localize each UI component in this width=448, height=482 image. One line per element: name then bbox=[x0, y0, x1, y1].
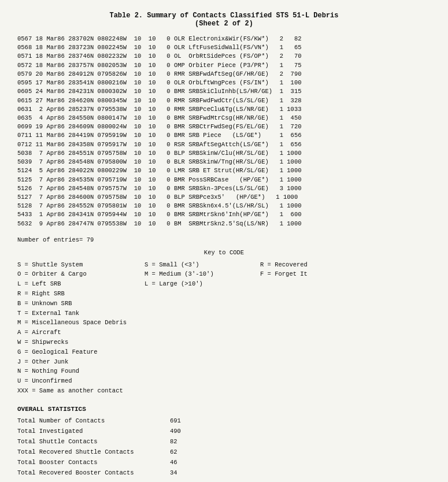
key-item: A = Aircraft bbox=[17, 328, 145, 338]
stats-container: Total Number of Contacts691 Total Invest… bbox=[17, 416, 431, 478]
table-row: 5126 7 Apr86 284548N 0795757W 10 10 0 BM… bbox=[17, 184, 431, 193]
key-item: B = Unknown SRB bbox=[17, 299, 145, 309]
stats-value: 62 bbox=[170, 447, 177, 458]
contacts-table: 0567 18 Mar86 283702N 0802248W 10 10 0 O… bbox=[17, 35, 431, 228]
table-row: 0712 11 Mar86 284358N 0795917W 10 10 0 R… bbox=[17, 140, 431, 149]
key-item bbox=[260, 318, 364, 328]
key-grid: S = Shuttle SystemS = Small (<3')R = Rec… bbox=[17, 260, 431, 396]
table-row: 0631 2 Apr86 285237N 0795538W 10 10 0 RM… bbox=[17, 105, 431, 114]
table-row: 5128 7 Apr86 284552N 0795801W 10 10 0 BM… bbox=[17, 202, 431, 210]
table-row: 0595 17 Mar86 283541N 0800216W 10 10 0 O… bbox=[17, 79, 431, 87]
stats-value: 34 bbox=[170, 468, 177, 479]
key-item: O = Orbiter & Cargo bbox=[17, 269, 145, 279]
table-row: 5433 1 Apr86 284341N 0795944W 10 10 0 BM… bbox=[17, 210, 431, 219]
key-item bbox=[260, 299, 364, 309]
table-row: 0571 18 Mar86 283746N 0802232W 10 10 0 O… bbox=[17, 52, 431, 61]
key-item bbox=[145, 318, 260, 328]
key-item: W = Shipwrecks bbox=[17, 338, 145, 347]
key-item: J = Other Junk bbox=[17, 357, 145, 367]
key-item bbox=[145, 386, 260, 396]
key-item bbox=[145, 347, 260, 357]
key-item bbox=[260, 309, 364, 318]
key-item: S = Shuttle System bbox=[17, 260, 145, 270]
stats-row: Total Booster Contacts46 bbox=[17, 458, 431, 468]
stats-value: 82 bbox=[170, 437, 177, 447]
key-item bbox=[145, 376, 260, 386]
stats-row: Total Shuttle Contacts82 bbox=[17, 437, 431, 447]
key-item: XXX = Same as another contact bbox=[17, 386, 145, 396]
key-item: R = Right SRB bbox=[17, 289, 145, 299]
key-title: Key to CODE bbox=[17, 248, 431, 258]
key-item bbox=[260, 289, 364, 299]
table-row: 0605 24 Mar86 284231N 0800302W 10 10 0 B… bbox=[17, 87, 431, 96]
key-section: Key to CODE S = Shuttle SystemS = Small … bbox=[17, 248, 431, 396]
key-item bbox=[145, 357, 260, 367]
table-row: 0568 18 Mar86 283723N 0802245W 10 10 0 O… bbox=[17, 43, 431, 52]
table-row: 5127 7 Apr86 284600N 0795758W 10 10 0 BL… bbox=[17, 193, 431, 202]
stats-section: OVERALL STATISTICS Total Number of Conta… bbox=[17, 404, 431, 479]
page-title: Table 2. Summary of Contacts Classified … bbox=[17, 12, 431, 28]
key-item bbox=[145, 366, 260, 376]
table-row: 5632 9 Apr86 284747N 0795538W 10 10 0 BM… bbox=[17, 220, 431, 228]
key-item: T = External Tank bbox=[17, 309, 145, 318]
table-row: 0635 4 Apr86 284550N 0800147W 10 10 0 BM… bbox=[17, 114, 431, 123]
stats-label: Total Investigated bbox=[17, 427, 168, 437]
key-item bbox=[145, 299, 260, 309]
key-item bbox=[260, 386, 364, 396]
key-item bbox=[260, 279, 364, 289]
stats-row: Total Recovered Booster Contacts34 bbox=[17, 468, 431, 479]
key-item: G = Geological Feature bbox=[17, 347, 145, 357]
stats-value: 46 bbox=[170, 458, 177, 468]
key-item: U = Unconfirmed bbox=[17, 376, 145, 386]
key-item: L = Large (>10') bbox=[145, 279, 260, 289]
table-row: 0572 18 Mar86 283757N 0802053W 10 10 0 O… bbox=[17, 61, 431, 70]
key-item: M = Medium (3'-10') bbox=[145, 269, 260, 279]
key-item bbox=[260, 366, 364, 376]
table-row: 0615 27 Mar86 284620N 0800345W 10 10 0 R… bbox=[17, 97, 431, 105]
key-item: N = Nothing Found bbox=[17, 366, 145, 376]
key-item: L = Left SRB bbox=[17, 279, 145, 289]
key-item bbox=[145, 338, 260, 347]
stats-label: Total Booster Contacts bbox=[17, 458, 168, 468]
stats-row: Total Recovered Shuttle Contacts62 bbox=[17, 447, 431, 458]
stats-value: 691 bbox=[170, 416, 181, 427]
stats-row: Total Number of Contacts691 bbox=[17, 416, 431, 427]
key-item bbox=[260, 338, 364, 347]
table-row: 5039 7 Apr86 284548N 0795800W 10 10 0 BL… bbox=[17, 158, 431, 166]
key-item bbox=[145, 328, 260, 338]
stats-title: OVERALL STATISTICS bbox=[17, 404, 431, 415]
title-line2: (Sheet 2 of 2) bbox=[17, 20, 431, 28]
stats-value: 490 bbox=[170, 427, 181, 437]
key-item bbox=[145, 309, 260, 318]
stats-label: Total Shuttle Contacts bbox=[17, 437, 168, 447]
title-line1: Table 2. Summary of Contacts Classified … bbox=[17, 12, 431, 20]
key-item bbox=[260, 376, 364, 386]
key-item: S = Small (<3') bbox=[145, 260, 260, 270]
key-item bbox=[260, 347, 364, 357]
num-entries: Number of entries= 79 bbox=[17, 236, 431, 243]
key-item bbox=[260, 328, 364, 338]
table-row: 5125 7 Apr86 284535N 0795719W 10 10 0 BM… bbox=[17, 176, 431, 184]
table-row: 0567 18 Mar86 283702N 0802248W 10 10 0 O… bbox=[17, 35, 431, 43]
key-item bbox=[260, 357, 364, 367]
table-row: 0579 20 Mar86 284912N 0795826W 10 10 0 R… bbox=[17, 70, 431, 79]
table-row: 5124 5 Apr86 284022N 0800229W 10 10 0 LM… bbox=[17, 166, 431, 175]
stats-label: Total Number of Contacts bbox=[17, 416, 168, 427]
key-item: R = Recovered bbox=[260, 260, 364, 270]
table-row: 5038 7 Apr86 284551N 0795758W 10 10 0 BL… bbox=[17, 149, 431, 158]
key-item: M = Miscellaneous Space Debris bbox=[17, 318, 145, 328]
table-row: 0699 19 Apr86 284609N 0800024W 10 10 0 B… bbox=[17, 123, 431, 131]
table-row: 0711 11 Mar86 284419N 0795919W 10 10 0 B… bbox=[17, 131, 431, 140]
key-item bbox=[145, 289, 260, 299]
stats-label: Total Recovered Booster Contacts bbox=[17, 468, 168, 479]
stats-label: Total Recovered Shuttle Contacts bbox=[17, 447, 168, 458]
key-item: F = Forget It bbox=[260, 269, 364, 279]
stats-row: Total Investigated490 bbox=[17, 427, 431, 437]
